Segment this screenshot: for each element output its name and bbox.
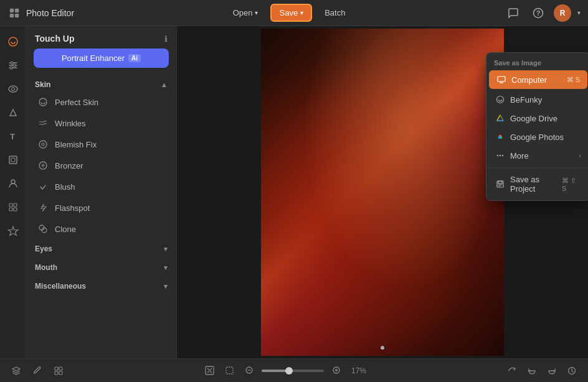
perfect-skin-icon [37, 96, 49, 108]
fit-view-button[interactable] [202, 363, 217, 378]
svg-rect-14 [11, 158, 15, 162]
zoom-slider-track [262, 370, 287, 372]
iconbar-star[interactable] [2, 220, 24, 241]
undo-button[interactable] [523, 362, 541, 380]
dropdown-computer-label: Computer [511, 75, 547, 85]
svg-rect-19 [14, 208, 17, 211]
dropdown-item-save-project[interactable]: Save as Project ⌘ ⇧ S [488, 170, 588, 198]
sidebar-item-wrinkles[interactable]: Wrinkles [29, 113, 174, 134]
svg-rect-25 [498, 77, 505, 82]
skin-section-header[interactable]: Skin ▲ [26, 75, 176, 91]
dropdown-item-computer[interactable]: Computer ⌘ S [489, 70, 587, 89]
iconbar-grid[interactable] [2, 197, 24, 218]
svg-rect-17 [14, 203, 17, 207]
sidebar-item-blush[interactable]: Blush [29, 176, 174, 197]
chat-icon-button[interactable] [504, 4, 523, 22]
save-label: Save [279, 8, 298, 17]
blush-label: Blush [55, 182, 75, 192]
iconbar-frames[interactable] [2, 149, 24, 170]
redo-button[interactable] [543, 362, 561, 380]
mouth-section-header[interactable]: Mouth ▾ [26, 258, 176, 277]
iconbar-people[interactable] [2, 173, 24, 194]
dropdown-item-gdrive[interactable]: Google Drive [488, 109, 588, 128]
sidebar-info-icon[interactable]: ℹ [164, 34, 168, 44]
zoom-slider[interactable] [262, 370, 324, 372]
iconbar-text[interactable]: T [2, 126, 24, 147]
bottombar-right [503, 362, 581, 380]
computer-shortcut: ⌘ S [567, 76, 580, 84]
svg-rect-38 [55, 371, 58, 375]
svg-point-31 [497, 155, 498, 156]
dropdown-item-gdrive-left: Google Drive [495, 113, 557, 123]
sidebar-title: Touch Up [35, 34, 75, 44]
svg-rect-16 [9, 203, 12, 207]
dropdown-section-label: Save as Image [486, 55, 588, 69]
computer-icon [496, 75, 506, 85]
avatar[interactable]: R [554, 4, 571, 22]
dropdown-item-project-left: Save as Project [495, 175, 562, 193]
zoom-in-button[interactable] [329, 363, 344, 378]
clone-label: Clone [55, 225, 76, 234]
batch-label: Batch [325, 8, 345, 17]
dropdown-item-more[interactable]: More › [488, 146, 588, 165]
project-shortcut: ⌘ ⇧ S [562, 177, 581, 192]
batch-button[interactable]: Batch [317, 5, 353, 21]
skin-section-label: Skin [35, 80, 50, 89]
ai-badge: Ai [128, 54, 141, 62]
bronzer-label: Bronzer [55, 161, 83, 170]
svg-point-6 [9, 37, 17, 46]
sidebar-item-bronzer[interactable]: Bronzer [29, 155, 174, 176]
iconbar-adjustments[interactable] [2, 55, 24, 76]
sidebar-item-clone[interactable]: Clone [29, 218, 174, 240]
sidebar: Touch Up ℹ Portrait Enhancer Ai Skin ▲ P… [26, 26, 177, 358]
help-icon-button[interactable]: ? [529, 4, 548, 22]
sidebar-item-perfect-skin[interactable]: Perfect Skin [29, 91, 174, 113]
dropdown-gdrive-label: Google Drive [510, 114, 557, 123]
edit-icon-button[interactable] [29, 362, 46, 380]
svg-rect-39 [59, 371, 62, 375]
svg-text:T: T [10, 132, 15, 141]
topbar: Photo Editor Open ▾ Save ▾ Batch ? R ▾ [0, 0, 588, 26]
iconbar-touchup[interactable] [2, 31, 24, 52]
flashspot-label: Flashspot [55, 203, 90, 213]
grid-view-icon-button[interactable] [50, 362, 67, 380]
app-title: Photo Editor [26, 8, 74, 18]
bronzer-icon [37, 160, 49, 171]
portrait-enhancer-button[interactable]: Portrait Enhancer Ai [34, 49, 169, 68]
eyes-section-header[interactable]: Eyes ▾ [26, 240, 176, 258]
svg-point-9 [10, 67, 12, 69]
perfect-skin-label: Perfect Skin [55, 98, 98, 107]
skin-chevron-icon: ▲ [161, 81, 168, 88]
svg-rect-3 [15, 13, 19, 17]
dropdown-project-label: Save as Project [510, 175, 562, 193]
dropdown-item-gphotos[interactable]: Google Photos [488, 128, 588, 146]
svg-point-10 [9, 86, 17, 92]
dropdown-more-label: More [510, 151, 529, 161]
iconbar-effects[interactable] [2, 102, 24, 123]
svg-rect-1 [15, 8, 19, 12]
more-icon [495, 151, 505, 161]
svg-rect-37 [59, 367, 62, 370]
svg-rect-0 [10, 8, 14, 12]
sidebar-item-blemish-fix[interactable]: Blemish Fix [29, 134, 174, 155]
gdrive-icon [495, 113, 505, 123]
save-button[interactable]: Save ▾ [270, 4, 312, 22]
dropdown-divider [486, 167, 588, 168]
svg-point-26 [497, 96, 504, 103]
refresh-icon-button[interactable] [503, 362, 521, 380]
svg-text:?: ? [536, 9, 541, 17]
misc-section-header[interactable]: Miscellaneous ▾ [26, 277, 176, 296]
zoom-out-button[interactable] [242, 363, 257, 378]
clone-icon [37, 223, 49, 235]
history-button[interactable] [563, 362, 581, 380]
zoom-slider-thumb[interactable] [285, 367, 293, 375]
mouth-section-label: Mouth [35, 263, 57, 272]
svg-point-15 [11, 180, 15, 184]
crop-view-button[interactable] [222, 363, 237, 378]
open-button[interactable]: Open ▾ [225, 5, 266, 21]
avatar-chevron-icon[interactable]: ▾ [577, 9, 581, 16]
sidebar-item-flashspot[interactable]: Flashspot [29, 197, 174, 218]
layers-icon-button[interactable] [7, 362, 25, 380]
dropdown-item-befunky[interactable]: BeFunky [488, 90, 588, 109]
iconbar-view[interactable] [2, 78, 24, 100]
